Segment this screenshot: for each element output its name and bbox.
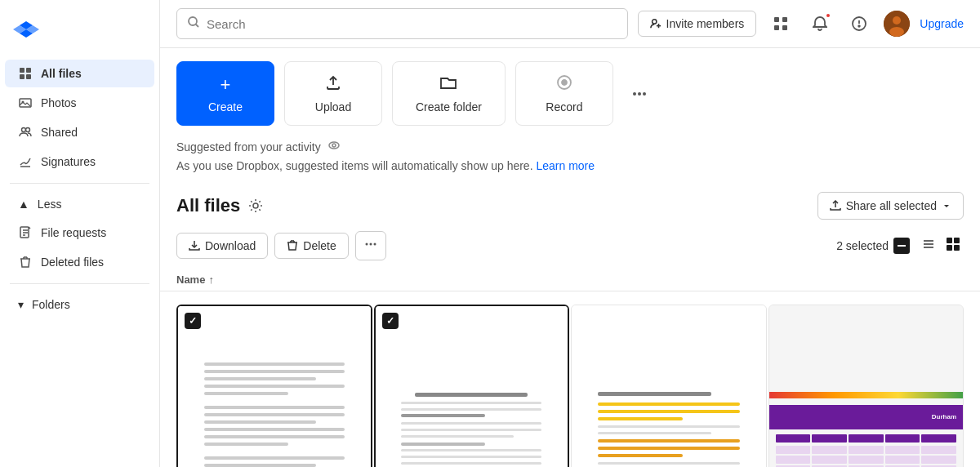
sidebar-item-signatures-label: Signatures [41,155,96,168]
list-item[interactable] [374,305,570,467]
files-title-row: All files [176,195,263,216]
sidebar-item-shared-label: Shared [41,126,78,139]
grid-view-button[interactable] [942,234,964,259]
download-label: Download [205,239,256,252]
svg-point-30 [562,80,567,85]
svg-rect-49 [947,238,952,243]
sidebar-divider [10,183,149,184]
shared-icon [18,125,33,140]
search-box[interactable] [176,8,628,39]
main-content: Invite members Upgrade + Create [160,0,980,467]
file-checkbox[interactable] [382,313,399,329]
sidebar-folders-section[interactable]: ▾ Folders [5,291,154,318]
files-header: All files Share all selected [160,182,980,226]
sidebar-item-deleted-files[interactable]: Deleted files [5,248,154,276]
learn-more-link[interactable]: Learn more [536,159,595,172]
svg-point-15 [652,20,656,24]
deselect-button[interactable] [893,238,910,254]
name-sort-bar: Name ↑ [160,269,980,291]
suggested-body: As you use Dropbox, suggested items will… [176,159,964,172]
delete-button[interactable]: Delete [274,233,348,259]
sidebar-item-all-files[interactable]: All files [5,60,154,87]
files-title: All files [176,195,240,216]
doc-content [394,380,548,467]
upload-button[interactable]: Upload [284,61,382,126]
file-preview [376,306,568,467]
list-view-button[interactable] [918,234,939,259]
share-all-label: Share all selected [846,199,937,212]
list-item[interactable]: Durham [768,305,964,467]
share-all-selected-button[interactable]: Share all selected [817,192,964,220]
create-button[interactable]: + Create [176,61,274,126]
chevron-up-icon: ▲ [18,198,29,211]
sidebar: All files Photos Shared Signatures ▲ Les… [0,0,160,467]
svg-point-7 [26,128,30,132]
chevron-down-icon: ▾ [18,298,24,311]
action-buttons-row: + Create Upload Create folder Record [160,48,980,136]
doc-content [591,380,746,467]
bell-button[interactable] [844,9,874,38]
svg-rect-3 [26,74,31,79]
file-preview [572,305,766,467]
record-button[interactable]: Record [515,61,613,126]
svg-point-43 [365,243,368,246]
file-preview: Durham [769,305,964,467]
notifications-button[interactable] [805,9,835,38]
header-actions: Invite members Upgrade [638,9,964,38]
sidebar-item-signatures[interactable]: Signatures [5,148,154,176]
folder-icon [439,73,457,96]
svg-rect-0 [20,68,24,73]
upgrade-link[interactable]: Upgrade [920,17,964,30]
svg-rect-1 [26,68,31,73]
svg-point-33 [643,92,646,96]
sort-label: Name [176,274,205,286]
suggested-header-text: Suggested from your activity [176,140,321,153]
signatures-icon [18,154,33,169]
svg-point-31 [633,92,636,96]
all-files-icon [18,66,33,81]
sidebar-item-all-files-label: All files [41,67,82,80]
svg-rect-21 [782,25,787,30]
toolbar-left: Download Delete [176,231,386,260]
search-input[interactable] [207,17,617,31]
file-preview [178,306,371,467]
invite-members-button[interactable]: Invite members [638,11,757,37]
sidebar-item-less[interactable]: ▲ Less [5,191,154,217]
sidebar-item-shared[interactable]: Shared [5,118,154,146]
header: Invite members Upgrade [160,0,980,48]
dropbox-logo[interactable] [0,10,159,59]
svg-point-35 [332,144,336,147]
trash-icon [18,255,33,269]
record-icon [555,73,573,96]
svg-point-24 [858,25,860,27]
upload-label: Upload [315,100,351,113]
list-item[interactable] [176,305,372,467]
photos-icon [18,96,33,110]
svg-rect-52 [954,245,960,251]
svg-line-14 [196,24,199,28]
apps-grid-button[interactable] [766,9,795,38]
sidebar-item-file-requests[interactable]: File requests [5,219,154,247]
svg-rect-20 [774,25,779,30]
content-area: + Create Upload Create folder Record [160,48,980,467]
file-checkbox[interactable] [185,313,201,329]
svg-rect-50 [954,238,960,243]
list-item[interactable] [571,305,767,467]
create-folder-button[interactable]: Create folder [392,61,506,126]
search-icon [187,16,200,32]
eye-icon [327,139,341,154]
suggested-section: Suggested from your activity As you use … [160,136,980,182]
svg-point-27 [889,27,904,37]
svg-point-26 [893,16,901,24]
avatar[interactable] [884,11,910,37]
toolbar-right: 2 selected [836,234,964,259]
file-grid: Durham [160,291,980,467]
toolbar-more-button[interactable] [355,231,386,260]
download-button[interactable]: Download [176,233,268,259]
sidebar-item-deleted-files-label: Deleted files [41,256,104,269]
svg-point-36 [253,203,258,208]
selected-count-text: 2 selected [836,239,889,252]
more-actions-button[interactable] [623,86,656,102]
sidebar-item-photos[interactable]: Photos [5,89,154,117]
files-settings-button[interactable] [248,198,263,213]
